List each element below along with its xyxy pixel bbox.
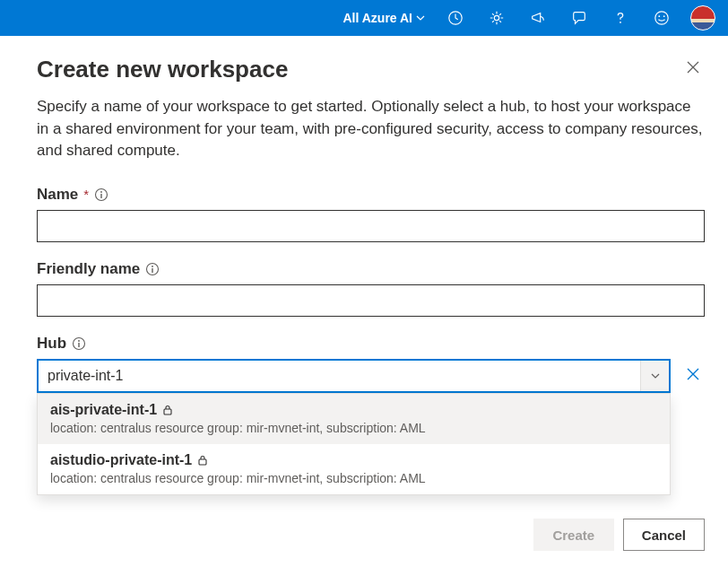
close-icon (685, 366, 701, 382)
hub-input[interactable] (39, 361, 640, 391)
svg-rect-15 (164, 409, 171, 414)
field-name: Name * (37, 186, 705, 242)
svg-rect-14 (78, 343, 79, 347)
user-avatar[interactable] (687, 0, 719, 36)
friendly-name-label: Friendly name (37, 260, 140, 278)
svg-point-2 (620, 22, 621, 23)
hub-option[interactable]: aistudio-private-int-1 location: central… (38, 444, 670, 494)
panel-footer: Create Cancel (533, 519, 705, 551)
info-icon[interactable] (72, 336, 86, 351)
hub-label: Hub (37, 335, 66, 353)
svg-point-1 (494, 15, 498, 20)
field-friendly-name: Friendly name (37, 260, 705, 317)
info-icon[interactable] (145, 262, 160, 276)
svg-point-3 (655, 12, 668, 24)
close-icon (685, 59, 701, 75)
friendly-name-input[interactable] (37, 284, 705, 317)
chat-icon[interactable] (563, 0, 595, 36)
help-icon[interactable] (604, 0, 637, 36)
megaphone-icon[interactable] (522, 0, 554, 36)
svg-point-5 (663, 15, 665, 17)
hub-option-sub: location: centralus resource group: mir-… (50, 421, 657, 435)
top-bar: All Azure AI (0, 0, 728, 36)
svg-rect-16 (199, 459, 206, 465)
svg-point-13 (78, 340, 80, 342)
svg-point-7 (100, 191, 102, 193)
hub-clear-button[interactable] (681, 362, 705, 389)
hub-option-title: aistudio-private-int-1 (50, 452, 192, 468)
svg-point-4 (658, 15, 660, 17)
hub-dropdown-list: ais-private-int-1 location: centralus re… (37, 393, 671, 495)
required-indicator: * (83, 187, 89, 202)
name-input[interactable] (37, 210, 705, 242)
name-label: Name (37, 186, 78, 204)
cancel-button[interactable]: Cancel (623, 519, 705, 551)
svg-rect-8 (100, 194, 101, 198)
close-button[interactable] (681, 56, 705, 83)
info-icon[interactable] (94, 188, 108, 202)
hub-combobox: ais-private-int-1 location: centralus re… (37, 359, 671, 393)
svg-point-10 (152, 266, 153, 267)
chevron-down-icon (650, 371, 661, 381)
hub-option-sub: location: centralus resource group: mir-… (50, 471, 657, 485)
create-workspace-panel: Create new workspace Specify a name of y… (13, 36, 728, 567)
hub-option[interactable]: ais-private-int-1 location: centralus re… (38, 394, 670, 444)
hub-dropdown-toggle[interactable] (640, 361, 669, 391)
create-button[interactable]: Create (533, 519, 614, 551)
clock-icon[interactable] (439, 0, 472, 36)
avatar (690, 5, 715, 31)
chevron-down-icon (416, 13, 425, 22)
panel-description: Specify a name of your workspace to get … (37, 96, 705, 162)
lock-icon (161, 404, 174, 416)
gear-icon[interactable] (481, 0, 513, 36)
lock-icon (196, 454, 209, 467)
feedback-smiley-icon[interactable] (646, 0, 678, 36)
svg-rect-11 (152, 268, 153, 273)
scope-label: All Azure AI (342, 11, 412, 25)
scope-selector[interactable]: All Azure AI (337, 0, 430, 36)
panel-title: Create new workspace (37, 56, 288, 83)
field-hub: Hub ais-private-int-1 (37, 335, 705, 393)
hub-option-title: ais-private-int-1 (50, 402, 157, 418)
